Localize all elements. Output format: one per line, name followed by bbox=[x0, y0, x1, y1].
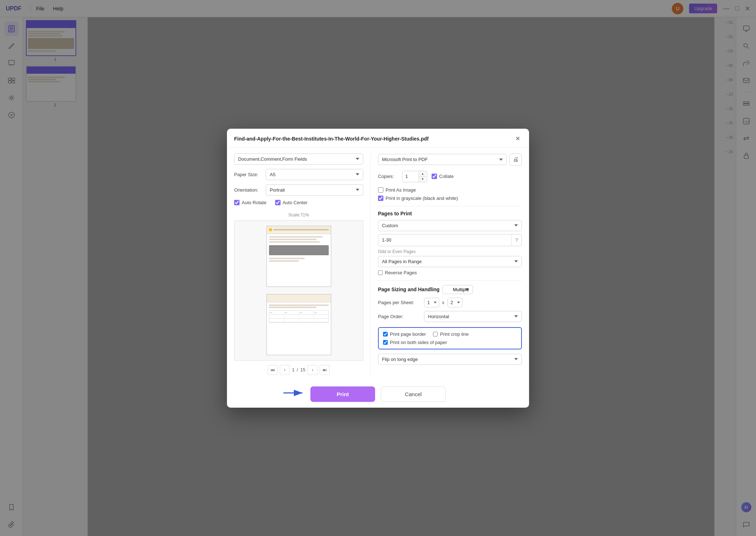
page-order-row: Page Order: Horizontal bbox=[378, 311, 522, 322]
preview-header-2 bbox=[267, 294, 331, 302]
print-both-sides-checkbox[interactable] bbox=[383, 340, 388, 345]
print-both-sides-label: Print on both sides of paper bbox=[390, 340, 447, 345]
auto-rotate-row: Auto Rotate bbox=[234, 200, 267, 205]
content-dropdown-row: Document,Comment,Form Fields bbox=[234, 154, 363, 165]
collate-row: Collate bbox=[432, 174, 454, 179]
copies-up-arrow[interactable]: ▲ bbox=[419, 171, 426, 177]
printer-icon: 🖨 bbox=[513, 156, 519, 163]
reverse-pages-row: Reverse Pages bbox=[378, 270, 522, 275]
orientation-row: Orientation: Portrait bbox=[234, 184, 363, 196]
pages-per-sheet-x-select[interactable]: 1 bbox=[424, 298, 439, 307]
reverse-pages-checkbox[interactable] bbox=[378, 270, 383, 275]
print-crop-line-checkbox[interactable] bbox=[433, 332, 438, 336]
print-both-sides-row: Print on both sides of paper bbox=[383, 340, 517, 345]
print-as-image-checkbox[interactable] bbox=[378, 187, 383, 193]
copies-label: Copies: bbox=[378, 174, 398, 179]
divider-1 bbox=[378, 206, 522, 206]
pages-per-sheet-row: Pages per Sheet: 1 x 2 bbox=[378, 298, 522, 307]
cancel-button[interactable]: Cancel bbox=[381, 386, 446, 402]
odd-even-label: Odd or Even Pages bbox=[378, 249, 522, 254]
pages-per-sheet-label: Pages per Sheet: bbox=[378, 300, 421, 305]
auto-center-label: Auto Center bbox=[283, 200, 308, 205]
dialog-title: Find-and-Apply-For-the-Best-Institutes-I… bbox=[234, 136, 429, 142]
print-crop-line-item: Print crop line bbox=[433, 331, 468, 337]
print-grayscale-row: Print in grayscale (black and white) bbox=[378, 196, 522, 201]
printer-select[interactable]: Microsoft Print to PDF bbox=[378, 154, 507, 165]
copies-input-wrap: ▲ ▼ bbox=[402, 171, 427, 182]
print-arrow bbox=[282, 386, 307, 402]
preview-header-1 bbox=[267, 226, 331, 234]
multiple-select[interactable]: Multiple bbox=[442, 285, 473, 294]
page-first-button[interactable]: ⏮ bbox=[268, 365, 278, 375]
content-dropdown[interactable]: Document,Comment,Form Fields bbox=[234, 154, 363, 165]
preview-page-2: col col col col bbox=[267, 294, 331, 355]
preview-area: col col col col bbox=[234, 220, 363, 361]
dialog-left-panel: Document,Comment,Form Fields Paper Size:… bbox=[234, 154, 371, 378]
odd-even-dropdown[interactable]: All Pages in Range bbox=[378, 256, 522, 267]
scale-text: Scale:71% bbox=[234, 212, 363, 217]
print-grayscale-label: Print in grayscale (black and white) bbox=[386, 196, 458, 201]
printer-row: Microsoft Print to PDF 🖨 bbox=[378, 154, 522, 166]
print-as-image-label: Print As Image bbox=[386, 187, 416, 193]
modal-overlay: Find-and-Apply-For-the-Best-Institutes-I… bbox=[0, 0, 756, 536]
copies-input[interactable] bbox=[402, 172, 419, 181]
cancel-label: Cancel bbox=[405, 391, 422, 397]
dialog-footer: Print Cancel bbox=[227, 384, 529, 408]
page-order-label: Page Order: bbox=[378, 314, 421, 319]
printer-settings-button[interactable]: 🖨 bbox=[510, 154, 522, 166]
auto-center-checkbox[interactable] bbox=[275, 200, 281, 205]
page-total: 15 bbox=[300, 367, 305, 372]
pagination: ⏮ ‹ 1 / 15 › ⏭ bbox=[234, 365, 363, 378]
auto-options-row: Auto Rotate Auto Center bbox=[234, 200, 363, 208]
paper-size-row: Paper Size: A5 bbox=[234, 169, 363, 180]
orientation-label: Orientation: bbox=[234, 187, 263, 193]
page-sizing-title: Page Sizing and Handling bbox=[378, 287, 440, 292]
page-prev-button[interactable]: ‹ bbox=[280, 365, 290, 375]
reverse-pages-label: Reverse Pages bbox=[385, 270, 417, 275]
pages-dropdown[interactable]: Custom bbox=[378, 220, 522, 231]
pps-x-label: x bbox=[442, 300, 445, 305]
copies-arrows: ▲ ▼ bbox=[419, 171, 426, 182]
range-input-row: ? bbox=[378, 234, 522, 246]
paper-size-label: Paper Size: bbox=[234, 172, 263, 177]
flip-edge-select[interactable]: Flip on long edge bbox=[378, 354, 522, 365]
paper-size-select[interactable]: A5 bbox=[266, 169, 363, 180]
preview-page-1 bbox=[267, 226, 331, 287]
dialog-right-panel: Microsoft Print to PDF 🖨 Copies: ▲ bbox=[371, 154, 522, 378]
collate-label: Collate bbox=[439, 174, 454, 179]
print-page-border-item: Print page border bbox=[383, 331, 426, 337]
copies-down-arrow[interactable]: ▼ bbox=[419, 177, 426, 182]
divider-2 bbox=[378, 280, 522, 281]
page-last-button[interactable]: ⏭ bbox=[320, 365, 330, 375]
page-current: 1 bbox=[292, 367, 295, 372]
page-separator: / bbox=[297, 367, 298, 372]
print-as-image-row: Print As Image bbox=[378, 187, 522, 193]
print-button[interactable]: Print bbox=[310, 386, 375, 402]
print-options-highlight-box: Print page border Print crop line Print … bbox=[378, 327, 522, 349]
page-sizing-row: Page Sizing and Handling Multiple bbox=[378, 285, 522, 294]
auto-rotate-checkbox[interactable] bbox=[234, 200, 240, 205]
dialog-close-button[interactable]: ✕ bbox=[513, 134, 522, 143]
print-page-border-label: Print page border bbox=[390, 331, 426, 337]
print-page-border-checkbox[interactable] bbox=[383, 332, 388, 336]
range-input[interactable] bbox=[378, 235, 511, 245]
auto-rotate-label: Auto Rotate bbox=[242, 200, 267, 205]
dialog-title-bar: Find-and-Apply-For-the-Best-Institutes-I… bbox=[227, 129, 529, 148]
print-both-sides-item: Print on both sides of paper bbox=[383, 340, 447, 345]
print-dialog: Find-and-Apply-For-the-Best-Institutes-I… bbox=[227, 129, 529, 408]
copies-row: Copies: ▲ ▼ Collate bbox=[378, 171, 522, 182]
orientation-select[interactable]: Portrait bbox=[266, 184, 363, 196]
collate-checkbox[interactable] bbox=[432, 174, 437, 179]
print-crop-line-label: Print crop line bbox=[440, 331, 468, 337]
page-order-select[interactable]: Horizontal bbox=[424, 311, 522, 322]
print-grayscale-checkbox[interactable] bbox=[378, 196, 383, 201]
pages-per-sheet-y-select[interactable]: 2 bbox=[447, 298, 463, 307]
page-next-button[interactable]: › bbox=[308, 365, 318, 375]
print-page-border-row: Print page border Print crop line bbox=[383, 331, 517, 337]
auto-center-row: Auto Center bbox=[275, 200, 308, 205]
app-window: UPDF File Help U Upgrade — □ ✕ bbox=[0, 0, 756, 536]
print-label: Print bbox=[337, 391, 349, 397]
range-help-button[interactable]: ? bbox=[511, 234, 522, 246]
dialog-body: Document,Comment,Form Fields Paper Size:… bbox=[227, 148, 529, 384]
pages-to-print-title: Pages to Print bbox=[378, 211, 522, 216]
